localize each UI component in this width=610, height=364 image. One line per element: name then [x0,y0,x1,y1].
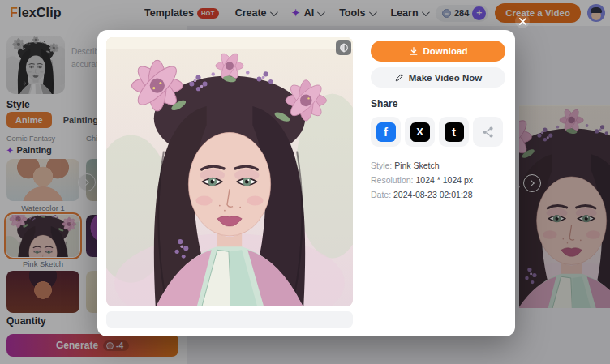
pencil-icon [394,73,404,83]
x-twitter-icon: X [410,122,430,142]
modal-close-button[interactable] [515,14,530,28]
compare-before-after-button[interactable] [336,40,351,55]
modal-actions-panel: Download Make Video Now Share f X t S [371,41,505,202]
make-video-button[interactable]: Make Video Now [371,67,505,88]
share-nodes-icon [482,126,495,139]
image-details: Style: Pink Sketch Resolution: 1024 * 10… [371,158,505,202]
download-icon [409,46,419,56]
download-button[interactable]: Download [371,41,505,62]
compare-icon [339,43,349,53]
flexclip-app: FlexClip TemplatesHOT Create ✦AI Tools L… [0,0,610,364]
share-more-button[interactable] [473,117,503,147]
generated-image[interactable] [106,37,353,306]
image-preview-modal: Download Make Video Now Share f X t S [97,30,515,336]
detail-resolution: Resolution: 1024 * 1024 px [371,173,505,187]
share-buttons: f X t [371,117,505,147]
detail-style: Style: Pink Sketch [371,158,505,173]
share-tumblr-button[interactable]: t [439,117,469,147]
pink-sketch-artwork [106,37,353,306]
share-facebook-button[interactable]: f [371,117,401,147]
tumblr-icon: t [445,122,464,142]
share-x-button[interactable]: X [405,117,435,147]
thumbnail-strip[interactable] [106,311,353,328]
facebook-icon: f [376,122,396,142]
close-icon [518,17,527,26]
detail-date: Date: 2024-08-23 02:01:28 [371,187,505,202]
share-heading: Share [371,98,505,109]
